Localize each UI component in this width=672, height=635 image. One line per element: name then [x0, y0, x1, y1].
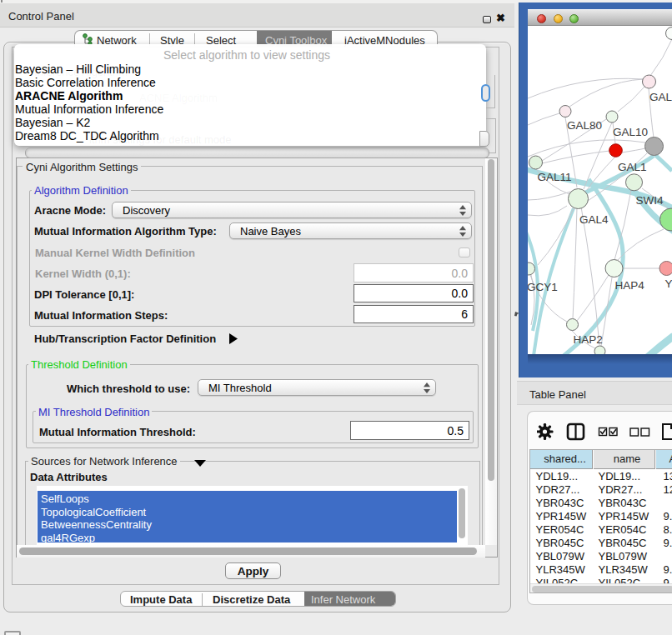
svg-text:Y: Y — [665, 278, 672, 290]
svg-text:HAP4: HAP4 — [615, 279, 645, 292]
svg-text:GAL4: GAL4 — [579, 213, 609, 226]
svg-text:SWI4: SWI4 — [636, 194, 664, 207]
svg-text:GCY1: GCY1 — [528, 281, 558, 293]
svg-text:GAL80: GAL80 — [567, 119, 602, 132]
svg-text:GAL1: GAL1 — [618, 161, 647, 173]
svg-text:GAL8: GAL8 — [649, 91, 672, 103]
svg-text:GAL10: GAL10 — [613, 126, 648, 138]
svg-text:GAL11: GAL11 — [538, 171, 572, 183]
svg-text:HAP2: HAP2 — [574, 333, 603, 346]
